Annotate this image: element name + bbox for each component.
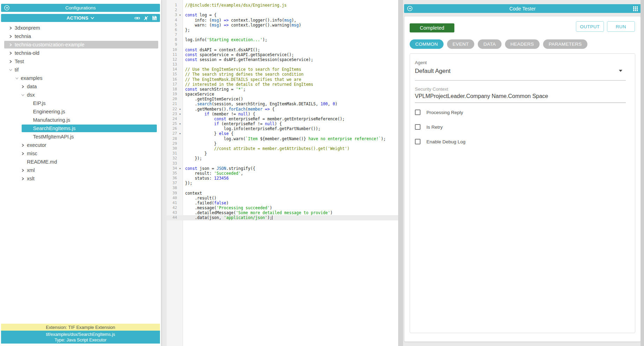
code-line[interactable]: 3▾const log = { bbox=[167, 13, 398, 17]
tab-data[interactable]: DATA bbox=[478, 39, 501, 49]
expanded-chevron-icon[interactable] bbox=[8, 68, 13, 72]
code-line[interactable]: 12const session = dsAPI.getTenantSession… bbox=[167, 57, 398, 62]
tab-headers[interactable]: HEADERS bbox=[505, 39, 540, 49]
code-line[interactable]: 1//@include:tif/examples/dsx/Engineering… bbox=[167, 3, 398, 8]
code-line[interactable]: 33 bbox=[167, 161, 398, 166]
link-icon[interactable] bbox=[134, 15, 140, 21]
code-line[interactable]: 26 log.info(enterpriseRef.getPartNumber(… bbox=[167, 126, 398, 131]
code-line[interactable]: 20 .getEngItemService() bbox=[167, 97, 398, 101]
output-button[interactable]: OUTPUT bbox=[576, 21, 604, 32]
fold-arrow-icon[interactable]: ▾ bbox=[177, 13, 183, 17]
code-line[interactable]: 22▾ .getMembers().forEach(member => { bbox=[167, 107, 398, 112]
cursor-disabled-icon[interactable] bbox=[143, 15, 149, 21]
panel-collapse-icon[interactable] bbox=[407, 6, 413, 12]
select-caret-icon[interactable] bbox=[619, 70, 622, 72]
tree-item-technia-customization-example[interactable]: technia-customization-example bbox=[0, 40, 161, 49]
collapsed-chevron-icon[interactable] bbox=[21, 84, 25, 89]
grid-menu-icon[interactable] bbox=[633, 6, 638, 11]
code-line[interactable]: 38 bbox=[167, 186, 398, 190]
code-line[interactable]: 27▾ } else { bbox=[167, 131, 398, 136]
code-line[interactable]: 35 result: 'Succeeded', bbox=[167, 171, 398, 176]
code-line[interactable]: 11const spaceService = dsAPI.getSpaceSer… bbox=[167, 52, 398, 57]
tree-item-Test[interactable]: Test bbox=[0, 57, 161, 66]
tree-item-technia[interactable]: technia bbox=[0, 32, 161, 40]
collapsed-chevron-icon[interactable] bbox=[21, 168, 25, 173]
tree-item-xml[interactable]: xml bbox=[0, 166, 161, 174]
collapsed-chevron-icon[interactable] bbox=[8, 51, 13, 55]
collapsed-chevron-icon[interactable] bbox=[21, 143, 25, 148]
checkbox[interactable] bbox=[415, 139, 420, 144]
agent-select-value[interactable]: Default Agent bbox=[415, 68, 451, 75]
tree-item-executor[interactable]: executor bbox=[0, 141, 161, 149]
fold-arrow-icon[interactable]: ▾ bbox=[177, 121, 183, 126]
code-line[interactable]: 42 .message('Processing succeeded') bbox=[167, 205, 398, 210]
tree-item-tif[interactable]: tif bbox=[0, 66, 161, 74]
tree-item-Manufacturing.js[interactable]: Manufacturing.js bbox=[0, 116, 161, 124]
tab-parameters[interactable]: PARAMETERS bbox=[543, 39, 587, 49]
collapsed-chevron-icon[interactable] bbox=[21, 151, 25, 156]
actions-dropdown[interactable]: ACTIONS bbox=[1, 14, 160, 22]
security-context-value[interactable]: VPLMProjectLeader.Company Name.Common Sp… bbox=[415, 93, 548, 99]
collapsed-chevron-icon[interactable] bbox=[8, 26, 13, 30]
panel-divider[interactable] bbox=[398, 0, 403, 346]
code-line[interactable]: 43 .detailedMessage('Some more detailed … bbox=[167, 210, 398, 215]
code-line[interactable]: 14// Use the EngItemService to search fo… bbox=[167, 67, 398, 72]
tab-event[interactable]: EVENT bbox=[447, 39, 475, 49]
checkbox[interactable] bbox=[415, 124, 420, 130]
tree-item-technia-old[interactable]: technia-old bbox=[0, 49, 161, 57]
fold-arrow-icon[interactable]: ▾ bbox=[177, 131, 183, 136]
save-icon[interactable] bbox=[152, 15, 157, 21]
code-line[interactable]: 21 .search(session, searchString, EngIte… bbox=[167, 101, 398, 106]
code-line[interactable]: 24 const enterpriseRef = member.getEnter… bbox=[167, 116, 398, 121]
code-editor[interactable]: 1//@include:tif/examples/dsx/Engineering… bbox=[167, 0, 398, 346]
code-line[interactable]: 16// The EngItemMask.DETAILS specifies t… bbox=[167, 77, 398, 82]
code-line[interactable]: 44 .data(json, 'application/json'); bbox=[167, 215, 398, 220]
expanded-chevron-icon[interactable] bbox=[21, 93, 25, 97]
code-line[interactable]: 39context bbox=[167, 191, 398, 196]
code-line[interactable]: 13 bbox=[167, 62, 398, 67]
code-line[interactable]: 18const searchString = '*'; bbox=[167, 87, 398, 92]
tree-item-Engineering.js[interactable]: Engineering.js bbox=[0, 107, 161, 116]
tree-item-xslt[interactable]: xslt bbox=[0, 174, 161, 183]
code-line[interactable]: 6}; bbox=[167, 28, 398, 32]
code-line[interactable]: 10const dsAPI = context.dsxAPI(); bbox=[167, 47, 398, 52]
code-line[interactable]: 36 status: 123456 bbox=[167, 176, 398, 181]
tree-item-examples[interactable]: examples bbox=[0, 74, 161, 82]
code-line[interactable]: 4 info: (msg) => context.logger().info(m… bbox=[167, 18, 398, 23]
tree-item-dsx[interactable]: dsx bbox=[0, 91, 161, 99]
fold-arrow-icon[interactable]: ▾ bbox=[177, 112, 183, 116]
code-line[interactable]: 32 }); bbox=[167, 156, 398, 161]
code-line[interactable]: 34▾const json = JSON.stringify({ bbox=[167, 166, 398, 171]
checkbox[interactable] bbox=[415, 110, 420, 115]
panel-collapse-icon[interactable] bbox=[4, 5, 10, 11]
expanded-chevron-icon[interactable] bbox=[15, 76, 19, 81]
code-line[interactable]: 17// interested in the details of the re… bbox=[167, 82, 398, 87]
code-line[interactable]: 40 .result() bbox=[167, 196, 398, 201]
collapsed-chevron-icon[interactable] bbox=[8, 43, 13, 47]
run-button[interactable]: RUN bbox=[607, 21, 635, 32]
tab-common[interactable]: COMMON bbox=[410, 39, 444, 49]
tree-item-TestMfgItemAPI.js[interactable]: TestMfgItemAPI.js bbox=[0, 133, 161, 141]
tree-item-EIP.js[interactable]: EIP.js bbox=[0, 99, 161, 107]
code-line[interactable]: 8log.info('Starting execution...'); bbox=[167, 37, 398, 42]
collapsed-chevron-icon[interactable] bbox=[21, 176, 25, 181]
code-line[interactable]: 41 .failed(false) bbox=[167, 201, 398, 205]
tree-item-data[interactable]: data bbox=[0, 82, 161, 91]
code-line[interactable]: 19spaceService bbox=[167, 92, 398, 97]
code-line[interactable]: 29 } bbox=[167, 141, 398, 146]
tree-item-README.md[interactable]: README.md bbox=[0, 158, 161, 166]
fold-arrow-icon[interactable]: ▾ bbox=[177, 166, 183, 171]
code-line[interactable]: 28 log.warn(`Item ${member.getName()} ha… bbox=[167, 136, 398, 141]
code-line[interactable]: 5 warn: (msg) => context.logger().warnin… bbox=[167, 23, 398, 28]
code-line[interactable]: 15// The search string defines the searc… bbox=[167, 72, 398, 77]
code-line[interactable]: 2 bbox=[167, 8, 398, 13]
code-line[interactable]: 9 bbox=[167, 42, 398, 47]
tree-item-misc[interactable]: misc bbox=[0, 149, 161, 158]
code-line[interactable]: 23▾ if (member != null) { bbox=[167, 112, 398, 116]
code-line[interactable]: 25▾ if (enterpriseRef != null) { bbox=[167, 121, 398, 126]
code-line[interactable]: 37}); bbox=[167, 181, 398, 186]
collapsed-chevron-icon[interactable] bbox=[8, 34, 13, 39]
tree-item-3dxonprem[interactable]: 3dxonprem bbox=[0, 24, 161, 32]
page-scrollbar[interactable] bbox=[641, 0, 644, 346]
collapsed-chevron-icon[interactable] bbox=[8, 59, 13, 64]
